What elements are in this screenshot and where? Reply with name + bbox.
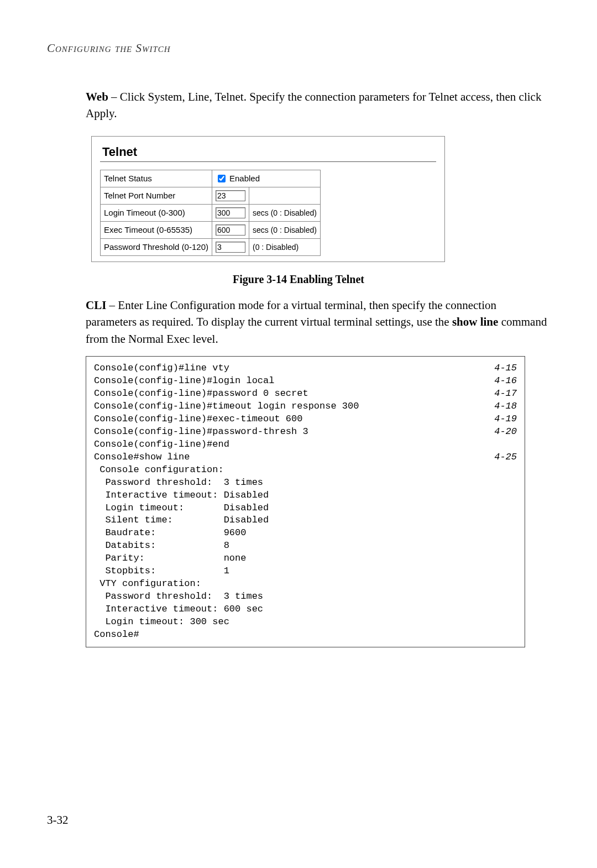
checkbox-text: Enabled — [229, 174, 260, 183]
cli-line: Stopbits: 1 — [94, 565, 517, 578]
row-input-cell — [212, 238, 249, 255]
row-label: Telnet Port Number — [101, 187, 212, 204]
row-label: Login Timeout (0-300) — [101, 204, 212, 221]
row-value: Enabled — [212, 170, 320, 187]
cli-ref: 4-15 — [494, 362, 517, 375]
web-text: – Click System, Line, Telnet. Specify th… — [86, 90, 541, 120]
cli-cmd: Console(config-line)#password-thresh 3 — [94, 426, 308, 438]
cli-cmd: VTY configuration: — [94, 578, 201, 590]
cli-line: Interactive timeout: Disabled — [94, 489, 517, 502]
cli-ref: 4-18 — [494, 400, 517, 413]
cli-line: Console(config-line)#login local4-16 — [94, 375, 517, 388]
table-row: Telnet Status Enabled — [101, 170, 321, 187]
cli-output-box: Console(config)#line vty4-15Console(conf… — [86, 356, 525, 647]
cli-ref: 4-17 — [494, 388, 517, 400]
password-threshold-input[interactable] — [216, 242, 245, 253]
cli-line: Password threshold: 3 times — [94, 590, 517, 603]
telnet-title: Telnet — [100, 145, 436, 159]
cli-line: Console(config-line)#timeout login respo… — [94, 400, 517, 413]
cli-cmd: Baudrate: 9600 — [94, 527, 246, 540]
table-row: Exec Timeout (0-65535) secs (0 : Disable… — [101, 221, 321, 238]
cli-ref: 4-20 — [494, 426, 517, 438]
table-row: Password Threshold (0-120) (0 : Disabled… — [101, 238, 321, 255]
cli-cmd: Console# — [94, 629, 139, 641]
row-hint: secs (0 : Disabled) — [249, 221, 320, 238]
login-timeout-input[interactable] — [216, 207, 245, 218]
telnet-screenshot: Telnet Telnet Status Enabled Telnet Port… — [91, 136, 445, 262]
figure-caption: Figure 3-14 Enabling Telnet — [47, 273, 550, 286]
table-row: Telnet Port Number — [101, 187, 321, 204]
cli-cmd: Password threshold: 3 times — [94, 477, 263, 489]
cli-line: Password threshold: 3 times — [94, 477, 517, 489]
cli-cmd: Databits: 8 — [94, 540, 229, 552]
cli-cmd: Password threshold: 3 times — [94, 590, 263, 603]
cli-prefix: CLI — [86, 299, 106, 312]
telnet-divider — [100, 161, 436, 162]
cli-ref: 4-19 — [494, 413, 517, 426]
cli-cmd: Console(config-line)#end — [94, 438, 229, 451]
page-number: 3-32 — [47, 813, 550, 827]
cli-line: Console configuration: — [94, 464, 517, 477]
web-prefix: Web — [86, 90, 108, 103]
cli-ref: 4-16 — [494, 375, 517, 388]
row-input-cell — [212, 204, 249, 221]
exec-timeout-input[interactable] — [216, 224, 245, 236]
cli-cmd: Interactive timeout: Disabled — [94, 489, 269, 502]
cli-line: Console(config)#line vty4-15 — [94, 362, 517, 375]
cli-line: Parity: none — [94, 552, 517, 565]
cli-cmd: Silent time: Disabled — [94, 514, 269, 527]
page-header: Configuring the Switch — [47, 41, 550, 55]
cli-cmd: Interactive timeout: 600 sec — [94, 603, 263, 616]
row-input-cell — [212, 221, 249, 238]
cli-line: VTY configuration: — [94, 578, 517, 590]
cli-line: Console#show line4-25 — [94, 451, 517, 464]
cli-cmd: Console(config-line)#timeout login respo… — [94, 400, 359, 413]
cli-line: Console(config-line)#end — [94, 438, 517, 451]
cli-cmd: Console(config)#line vty — [94, 362, 229, 375]
cli-line: Login timeout: 300 sec — [94, 616, 517, 629]
row-input-cell — [212, 187, 249, 204]
cli-paragraph: CLI – Enter Line Configuration mode for … — [86, 297, 550, 347]
cli-cmd: Console(config-line)#exec-timeout 600 — [94, 413, 302, 426]
cli-cmd: Parity: none — [94, 552, 246, 565]
telnet-status-checkbox[interactable] — [218, 175, 226, 182]
row-label: Telnet Status — [101, 170, 212, 187]
cli-line: Console# — [94, 629, 517, 641]
row-hint — [249, 187, 320, 204]
web-paragraph: Web – Click System, Line, Telnet. Specif… — [86, 88, 550, 122]
row-label: Exec Timeout (0-65535) — [101, 221, 212, 238]
row-label: Password Threshold (0-120) — [101, 238, 212, 255]
cli-line: Console(config-line)#password-thresh 34-… — [94, 426, 517, 438]
cli-cmd: Login timeout: 300 sec — [94, 616, 229, 629]
cli-ref: 4-25 — [494, 451, 517, 464]
cli-bold: show line — [452, 315, 498, 328]
cli-cmd: Console(config-line)#login local — [94, 375, 274, 388]
cli-cmd: Login timeout: Disabled — [94, 502, 269, 515]
cli-line: Console(config-line)#exec-timeout 6004-1… — [94, 413, 517, 426]
telnet-table: Telnet Status Enabled Telnet Port Number… — [100, 170, 321, 256]
table-row: Login Timeout (0-300) secs (0 : Disabled… — [101, 204, 321, 221]
cli-line: Login timeout: Disabled — [94, 502, 517, 515]
cli-line: Console(config-line)#password 0 secret4-… — [94, 388, 517, 400]
cli-line: Silent time: Disabled — [94, 514, 517, 527]
telnet-port-input[interactable] — [216, 190, 245, 201]
row-hint: (0 : Disabled) — [249, 238, 320, 255]
row-hint: secs (0 : Disabled) — [249, 204, 320, 221]
cli-line: Interactive timeout: 600 sec — [94, 603, 517, 616]
cli-cmd: Console(config-line)#password 0 secret — [94, 388, 308, 400]
cli-line: Databits: 8 — [94, 540, 517, 552]
cli-cmd: Stopbits: 1 — [94, 565, 229, 578]
cli-line: Baudrate: 9600 — [94, 527, 517, 540]
cli-cmd: Console configuration: — [94, 464, 224, 477]
cli-cmd: Console#show line — [94, 451, 190, 464]
cli-text-before: – Enter Line Configuration mode for a vi… — [86, 299, 496, 328]
